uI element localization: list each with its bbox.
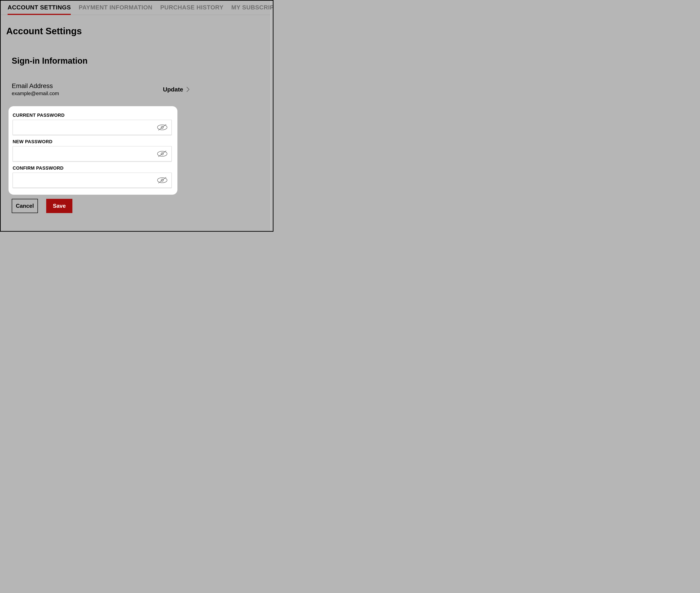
scrollbar-edge [271, 1, 273, 231]
app-frame: ACCOUNT SETTINGS PAYMENT INFORMATION PUR… [0, 0, 274, 232]
eye-slash-icon [157, 176, 168, 184]
input-wrap-new-password [13, 146, 172, 161]
toggle-visibility-new[interactable] [156, 149, 168, 158]
tabs-bar: ACCOUNT SETTINGS PAYMENT INFORMATION PUR… [1, 1, 270, 15]
toggle-visibility-confirm[interactable] [156, 175, 168, 185]
label-new-password: NEW PASSWORD [13, 139, 173, 144]
chevron-right-icon [187, 87, 190, 92]
password-card: CURRENT PASSWORD NEW PASSWORD [8, 106, 177, 195]
email-label: Email Address [12, 82, 59, 90]
page-title: Account Settings [1, 15, 270, 36]
confirm-password-input[interactable] [13, 173, 171, 188]
eye-slash-icon [157, 123, 168, 131]
tab-purchase-history[interactable]: PURCHASE HISTORY [160, 4, 223, 15]
section-title-signin: Sign-in Information [1, 36, 270, 66]
input-wrap-confirm-password [13, 172, 172, 188]
toggle-visibility-current[interactable] [156, 123, 168, 132]
save-button[interactable]: Save [46, 199, 72, 213]
email-row: Email Address example@email.com Update [1, 66, 270, 96]
email-block: Email Address example@email.com [12, 82, 59, 96]
update-label: Update [163, 86, 183, 93]
tab-my-subscriptions[interactable]: MY SUBSCRIPTIONS [232, 4, 274, 15]
label-confirm-password: CONFIRM PASSWORD [13, 165, 173, 171]
eye-slash-icon [157, 150, 168, 158]
label-current-password: CURRENT PASSWORD [13, 113, 173, 118]
field-new-password: NEW PASSWORD [13, 139, 173, 161]
current-password-input[interactable] [13, 120, 171, 135]
field-confirm-password: CONFIRM PASSWORD [13, 165, 173, 188]
button-row: Cancel Save [1, 195, 270, 213]
input-wrap-current-password [13, 120, 172, 135]
tab-account-settings[interactable]: ACCOUNT SETTINGS [8, 4, 71, 15]
new-password-input[interactable] [13, 147, 171, 161]
email-value: example@email.com [12, 90, 59, 96]
content-area: ACCOUNT SETTINGS PAYMENT INFORMATION PUR… [1, 1, 270, 231]
field-current-password: CURRENT PASSWORD [13, 113, 173, 135]
tab-payment-information[interactable]: PAYMENT INFORMATION [79, 4, 152, 15]
cancel-button[interactable]: Cancel [12, 199, 38, 213]
update-email-button[interactable]: Update [163, 86, 190, 93]
